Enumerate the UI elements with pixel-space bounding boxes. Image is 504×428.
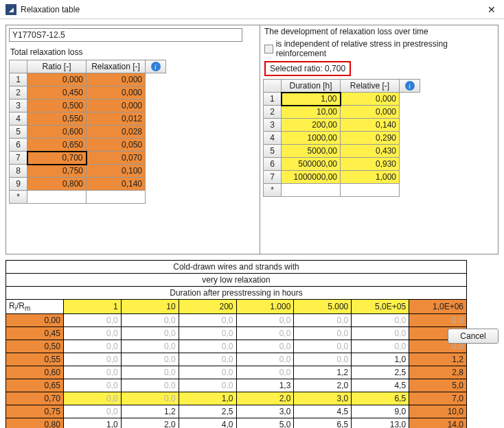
selected-ratio-label: Selected ratio: 0,700 xyxy=(264,61,351,76)
relaxation-matrix: Cold-drawn wires and strands with very l… xyxy=(5,260,467,428)
table-row[interactable]: 6500000,000,930 xyxy=(264,158,420,171)
duration-table[interactable]: Duration [h] Relative [-] i 11,000,00021… xyxy=(263,79,420,197)
big-title-2: very low relaxation xyxy=(6,274,467,287)
col-header: 1.000 xyxy=(236,300,294,314)
col-ratio-header: Ratio [-] xyxy=(27,60,87,73)
table-row[interactable]: 10,0000,000 xyxy=(10,73,166,86)
independent-label: is independent of relative stress in pre… xyxy=(276,39,494,58)
col-header: 5,0E+05 xyxy=(352,300,409,314)
table-row[interactable]: 210,000,000 xyxy=(264,106,420,119)
table-row: 0,801,02,04,05,06,513,014,0 xyxy=(6,418,467,428)
col-header: 1,0E+06 xyxy=(409,300,467,314)
independent-checkbox[interactable] xyxy=(264,45,273,54)
table-row[interactable]: 60,6500,050 xyxy=(10,139,166,152)
window-title: Relaxation table xyxy=(21,5,485,14)
ratio-table[interactable]: Ratio [-] Relaxation [-] i 10,0000,00020… xyxy=(9,60,166,204)
table-row[interactable]: 71000000,001,000 xyxy=(264,171,420,184)
table-row[interactable]: 20,4500,000 xyxy=(10,86,166,99)
table-row: 0,450,00,00,00,00,00,00,0 xyxy=(6,327,467,340)
table-row[interactable]: 70,7000,070 xyxy=(10,152,166,165)
table-row[interactable]: 3200,000,140 xyxy=(264,119,420,132)
table-row[interactable]: 50,6000,028 xyxy=(10,126,166,139)
identifier-field[interactable]: Y1770S7-12.5 xyxy=(9,28,242,42)
left-pane: Y1770S7-12.5 Total relaxation loss Ratio… xyxy=(6,25,260,254)
info-header: i xyxy=(146,60,166,73)
lower-panel: Cold-drawn wires and strands with very l… xyxy=(5,260,504,428)
table-row[interactable]: 11,000,000 xyxy=(264,93,420,106)
info-icon[interactable]: i xyxy=(405,81,415,91)
table-row[interactable]: 80,7500,100 xyxy=(10,165,166,178)
col-header: 200 xyxy=(179,300,236,314)
table-row: 0,600,00,00,00,01,22,52,8 xyxy=(6,366,467,379)
table-row: 0,650,00,00,01,32,04,55,0 xyxy=(6,379,467,392)
table-row: 0,700,00,01,02,03,06,57,0 xyxy=(6,392,467,405)
table-row[interactable]: 41000,000,290 xyxy=(264,132,420,145)
big-title-1: Cold-drawn wires and strands with xyxy=(6,261,467,274)
upper-panel: Y1770S7-12.5 Total relaxation loss Ratio… xyxy=(5,25,499,254)
table-row[interactable]: 55000,000,430 xyxy=(264,145,420,158)
right-pane: The development of relaxation loss over … xyxy=(260,25,498,254)
close-icon[interactable]: ✕ xyxy=(485,4,499,15)
table-row: 0,500,00,00,00,00,00,00,0 xyxy=(6,340,467,353)
table-row[interactable]: 30,5000,000 xyxy=(10,99,166,112)
table-row: 0,550,00,00,00,00,01,01,2 xyxy=(6,353,467,366)
development-label: The development of relaxation loss over … xyxy=(260,25,498,38)
app-icon: ◢ xyxy=(5,4,16,15)
table-row[interactable]: 90,8000,140 xyxy=(10,178,166,191)
total-relaxation-label: Total relaxation loss xyxy=(6,45,260,60)
table-row[interactable]: 40,5500,012 xyxy=(10,112,166,126)
cancel-button[interactable]: Cancel xyxy=(448,329,499,344)
table-row: 0,750,01,22,53,04,59,010,0 xyxy=(6,405,467,418)
big-title-3: Duration after presstressing in hours xyxy=(6,287,467,300)
col-header: 5.000 xyxy=(294,300,352,314)
row-label-header: Ri/Rm xyxy=(6,300,64,314)
info-icon[interactable]: i xyxy=(151,62,161,71)
table-row: 0,000,00,00,00,00,00,00,0 xyxy=(6,314,467,327)
col-header: 10 xyxy=(121,300,179,314)
rowhead-blank xyxy=(10,60,27,73)
col-relative-header: Relative [-] xyxy=(341,80,400,93)
title-bar: ◢ Relaxation table ✕ xyxy=(0,0,504,19)
col-header: 1 xyxy=(63,300,121,314)
col-relax-header: Relaxation [-] xyxy=(87,60,146,73)
col-duration-header: Duration [h] xyxy=(282,80,341,93)
